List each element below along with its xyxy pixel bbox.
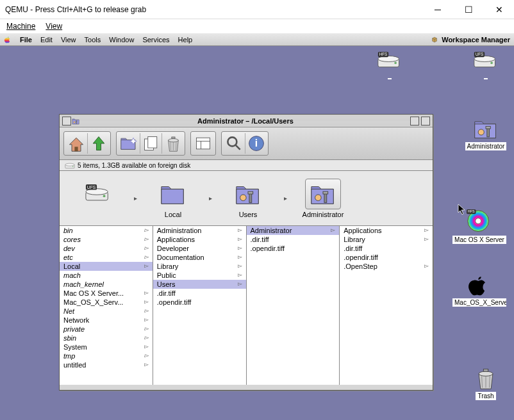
new-folder-button[interactable] <box>118 133 140 154</box>
list-item[interactable]: Mac OS X Server...▻ <box>60 289 153 298</box>
list-item[interactable]: Local▻ <box>60 262 153 271</box>
list-item[interactable]: Applications▻ <box>153 235 246 244</box>
item-label: .opendir.tiff <box>251 245 285 252</box>
apple-black-icon <box>464 273 495 297</box>
fm-titlebar[interactable]: Administrator – /Local/Users <box>60 115 433 127</box>
list-item[interactable]: .opendir.tiff <box>153 298 246 307</box>
list-item[interactable]: tmp▻ <box>60 351 153 360</box>
find-button[interactable] <box>223 133 245 154</box>
item-label: private <box>63 325 85 333</box>
maximize-button[interactable]: ☐ <box>459 4 478 15</box>
list-item[interactable]: .OpenStep▻ <box>340 262 433 271</box>
list-item[interactable]: Administration▻ <box>153 226 246 235</box>
list-item[interactable]: Mac_OS_X_Serv...▻ <box>60 298 153 307</box>
list-item[interactable]: Library▻ <box>153 262 246 271</box>
menu-services[interactable]: Services <box>142 36 169 44</box>
chevron-right-icon: ▻ <box>144 298 149 306</box>
desktop[interactable]: File Edit View Tools Window Services Hel… <box>0 33 514 420</box>
up-button[interactable] <box>87 133 109 154</box>
path-item-root[interactable]: UFS <box>67 182 129 214</box>
desktop-icon-hfs-disk[interactable]: HFS <box>363 52 417 79</box>
info-button[interactable] <box>245 133 267 154</box>
path-item-administrator[interactable]: Administrator <box>292 179 354 218</box>
list-item[interactable]: Documentation▻ <box>153 253 246 262</box>
list-item[interactable]: dev▻ <box>60 244 153 253</box>
list-item[interactable]: sbin▻ <box>60 334 153 343</box>
menu-help[interactable]: Help <box>178 36 193 44</box>
host-menu-machine[interactable]: Machine <box>6 22 35 31</box>
list-item[interactable]: .dir.tiff <box>247 235 340 244</box>
list-item[interactable]: Applications▻ <box>340 226 433 235</box>
list-item[interactable]: etc▻ <box>60 253 153 262</box>
list-item[interactable]: untitled▻ <box>60 360 153 369</box>
item-label: Library <box>157 262 179 270</box>
path-separator-icon: ▸ <box>284 195 287 202</box>
column-3[interactable]: Applications▻Library▻.dir.tiff.opendir.t… <box>340 226 433 385</box>
item-label: Applications <box>157 236 195 243</box>
column-0[interactable]: bin▻cores▻dev▻etc▻Local▻machmach_kernelM… <box>60 226 153 385</box>
folder-user-icon <box>230 179 266 209</box>
list-item[interactable]: .opendir.tiff <box>247 244 340 253</box>
list-item[interactable]: mach_kernel <box>60 280 153 289</box>
fm-zoom-button[interactable] <box>410 117 419 125</box>
list-item[interactable]: .dir.tiff <box>153 289 246 298</box>
fm-close-button[interactable] <box>62 117 71 125</box>
app-switcher[interactable]: Workspace Manager <box>430 35 510 44</box>
path-item-users[interactable]: Users <box>217 179 279 218</box>
list-item[interactable]: Users▻ <box>153 280 246 289</box>
folder-title-icon <box>71 117 80 125</box>
desktop-icon-label <box>388 78 392 79</box>
desktop-icon-server-app[interactable]: Mac_OS_X_Server <box>452 273 506 307</box>
item-label: .dir.tiff <box>157 289 176 297</box>
item-label: cores <box>63 236 81 243</box>
list-item[interactable]: Developer▻ <box>153 244 246 253</box>
list-item[interactable]: Network▻ <box>60 316 153 325</box>
menu-view[interactable]: View <box>61 36 76 44</box>
desktop-icon-label <box>484 78 488 79</box>
menu-edit[interactable]: Edit <box>40 36 53 44</box>
folder-user-icon <box>305 179 341 209</box>
item-label: .dir.tiff <box>344 245 362 252</box>
column-2[interactable]: Administrator▻.dir.tiff.opendir.tiff <box>247 226 340 385</box>
list-item[interactable]: .dir.tiff <box>340 244 433 253</box>
path-separator-icon: ▸ <box>134 195 137 202</box>
desktop-icon-admin-home[interactable]: Administrator <box>459 117 513 150</box>
list-item[interactable]: cores▻ <box>60 235 153 244</box>
item-label: bin <box>63 227 73 234</box>
home-button[interactable] <box>65 133 87 154</box>
path-item-local[interactable]: Local <box>142 179 204 218</box>
fm-collapse-button[interactable] <box>421 117 430 125</box>
list-item[interactable]: Net▻ <box>60 307 153 316</box>
item-label: mach_kernel <box>63 280 104 288</box>
item-label: Administrator <box>251 227 292 234</box>
menu-tools[interactable]: Tools <box>85 36 101 44</box>
fm-title: Administrator – /Local/Users <box>83 117 408 125</box>
close-button[interactable]: ✕ <box>490 4 509 15</box>
item-label: tmp <box>63 352 75 360</box>
menu-file[interactable]: File <box>20 36 32 44</box>
list-item[interactable]: private▻ <box>60 325 153 334</box>
item-label: Documentation <box>157 254 204 261</box>
list-item[interactable]: mach <box>60 271 153 280</box>
chevron-right-icon: ▻ <box>144 262 149 270</box>
item-label: Library <box>344 236 365 243</box>
menu-window[interactable]: Window <box>109 36 134 44</box>
list-item[interactable]: Library▻ <box>340 235 433 244</box>
chevron-right-icon: ▻ <box>144 227 149 234</box>
apple-menu-icon[interactable] <box>4 36 12 44</box>
desktop-icon-trash[interactable]: Trash <box>459 366 513 400</box>
column-1[interactable]: Administration▻Applications▻Developer▻Do… <box>153 226 247 385</box>
desktop-icon-ufs-disk[interactable]: UFS <box>459 52 513 79</box>
minimize-button[interactable]: ─ <box>428 4 447 15</box>
chevron-right-icon: ▻ <box>144 245 149 252</box>
duplicate-button[interactable] <box>140 133 162 154</box>
chevron-right-icon: ▻ <box>144 325 149 333</box>
list-item[interactable]: .opendir.tiff <box>340 253 433 262</box>
list-item[interactable]: Administrator▻ <box>247 226 340 235</box>
list-item[interactable]: bin▻ <box>60 226 153 235</box>
host-menu-view[interactable]: View <box>46 22 62 31</box>
delete-button[interactable] <box>162 133 183 154</box>
view-mode-button[interactable] <box>192 133 214 154</box>
list-item[interactable]: Public▻ <box>153 271 246 280</box>
list-item[interactable]: System▻ <box>60 343 153 351</box>
